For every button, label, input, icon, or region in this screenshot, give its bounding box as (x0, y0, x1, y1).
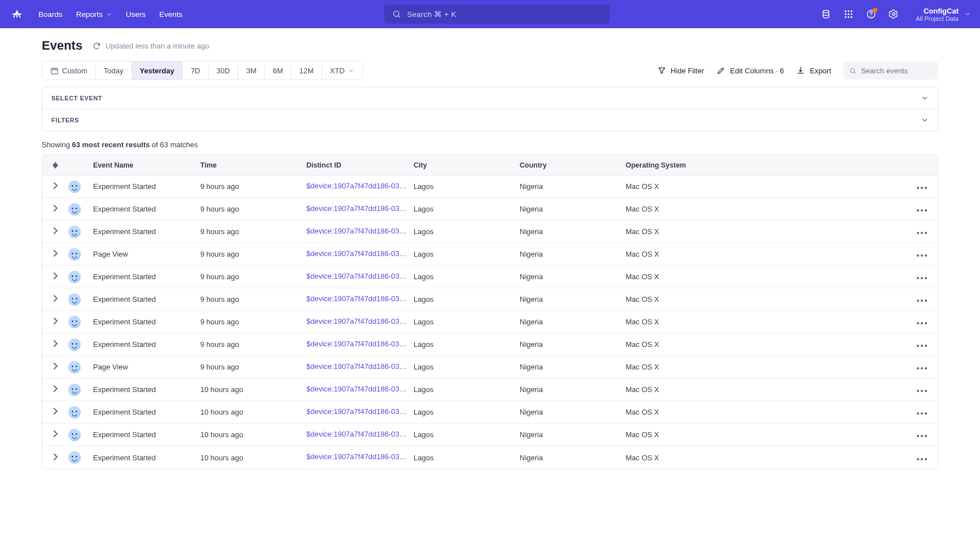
col-country[interactable]: Country (520, 161, 626, 169)
col-city[interactable]: City (414, 161, 520, 169)
user-avatar[interactable] (68, 226, 81, 238)
svg-point-34 (921, 322, 923, 324)
cell-distinct-id[interactable]: $device:1907a7f47dd186-03… (306, 204, 407, 213)
row-actions[interactable] (917, 205, 927, 213)
user-avatar[interactable] (68, 338, 81, 351)
org-switcher[interactable]: ConfigCat All Project Data (911, 7, 971, 22)
refresh-icon[interactable] (93, 42, 101, 50)
col-time[interactable]: Time (200, 161, 306, 169)
nav-link-reports[interactable]: Reports (76, 10, 112, 19)
expand-row[interactable] (53, 182, 58, 191)
row-actions[interactable] (917, 454, 927, 462)
cell-distinct-id[interactable]: $device:1907a7f47dd186-03… (306, 407, 407, 416)
expand-row[interactable] (53, 454, 58, 462)
cell-distinct-id[interactable]: $device:1907a7f47dd186-03… (306, 452, 407, 461)
expand-row[interactable] (53, 295, 58, 303)
row-actions[interactable] (917, 295, 927, 303)
svg-point-51 (917, 458, 919, 460)
expand-row[interactable] (53, 430, 58, 439)
nav-link-users[interactable]: Users (126, 10, 146, 19)
expand-row[interactable] (53, 363, 58, 371)
user-avatar[interactable] (68, 203, 81, 215)
events-search[interactable] (843, 61, 938, 80)
user-avatar[interactable] (68, 451, 81, 464)
filters-section[interactable]: FILTERS (42, 109, 938, 131)
cell-time: 10 hours ago (200, 454, 243, 462)
range-30d[interactable]: 30D (209, 61, 239, 80)
range-12m[interactable]: 12M (292, 61, 322, 80)
cell-time: 9 hours ago (200, 272, 239, 281)
cell-distinct-id[interactable]: $device:1907a7f47dd186-03… (306, 430, 407, 438)
row-actions[interactable] (917, 227, 927, 236)
row-actions[interactable] (917, 385, 927, 394)
range-7d[interactable]: 7D (183, 61, 209, 80)
svg-point-8 (845, 16, 846, 18)
table-row: Experiment Started9 hours ago$device:190… (42, 221, 938, 243)
cell-distinct-id[interactable]: $device:1907a7f47dd186-03… (306, 272, 407, 280)
range-yesterday[interactable]: Yesterday (132, 61, 183, 80)
range-xtd[interactable]: XTD (322, 61, 362, 80)
user-avatar[interactable] (68, 361, 81, 373)
hide-filter-button[interactable]: Hide Filter (657, 66, 704, 75)
expand-row[interactable] (53, 408, 58, 416)
row-actions[interactable] (917, 182, 927, 191)
settings-icon[interactable] (889, 9, 899, 19)
expand-row[interactable] (53, 227, 58, 236)
user-avatar[interactable] (68, 406, 81, 419)
cell-city: Lagos (414, 295, 433, 303)
cell-distinct-id[interactable]: $device:1907a7f47dd186-03… (306, 249, 407, 258)
range-label: Yesterday (140, 67, 174, 75)
range-6m[interactable]: 6M (265, 61, 291, 80)
edit-columns-button[interactable]: Edit Columns · 6 (717, 66, 784, 75)
user-avatar[interactable] (68, 293, 81, 306)
row-actions[interactable] (917, 272, 927, 281)
cell-distinct-id[interactable]: $device:1907a7f47dd186-03… (306, 362, 407, 371)
nav-link-boards[interactable]: Boards (38, 10, 63, 19)
cell-distinct-id[interactable]: $device:1907a7f47dd186-03… (306, 385, 407, 393)
user-avatar[interactable] (68, 248, 81, 261)
row-actions[interactable] (917, 340, 927, 349)
expand-all-toggle[interactable] (52, 162, 58, 169)
row-actions[interactable] (917, 430, 927, 439)
cell-distinct-id[interactable]: $device:1907a7f47dd186-03… (306, 340, 407, 348)
search-icon (849, 67, 856, 75)
cell-distinct-id[interactable]: $device:1907a7f47dd186-03… (306, 227, 407, 235)
cell-event-name: Experiment Started (93, 430, 156, 439)
row-actions[interactable] (917, 318, 927, 326)
row-actions[interactable] (917, 363, 927, 371)
range-custom[interactable]: Custom (42, 61, 96, 80)
range-3m[interactable]: 3M (238, 61, 265, 80)
cell-distinct-id[interactable]: $device:1907a7f47dd186-03… (306, 317, 407, 325)
cell-country: Nigeria (520, 430, 543, 439)
global-search[interactable]: Search ⌘ + K (384, 5, 610, 24)
col-event-name[interactable]: Event Name (93, 161, 200, 169)
expand-row[interactable] (53, 340, 58, 349)
expand-row[interactable] (53, 250, 58, 258)
col-distinct-id[interactable]: Distinct ID (306, 161, 414, 169)
cell-distinct-id[interactable]: $device:1907a7f47dd186-03… (306, 182, 407, 190)
user-avatar[interactable] (68, 181, 81, 193)
user-avatar[interactable] (68, 429, 81, 441)
events-search-input[interactable] (861, 67, 933, 75)
expand-row[interactable] (53, 318, 58, 326)
col-os[interactable]: Operating System (626, 161, 906, 169)
help-icon[interactable] (866, 9, 876, 19)
nav-link-events[interactable]: Events (159, 10, 182, 19)
data-icon[interactable] (821, 9, 831, 19)
cell-distinct-id[interactable]: $device:1907a7f47dd186-03… (306, 294, 407, 303)
cell-os: Mac OS X (626, 227, 659, 236)
row-actions[interactable] (917, 408, 927, 416)
export-button[interactable]: Export (796, 66, 831, 75)
apps-icon[interactable] (843, 9, 854, 19)
select-event-section[interactable]: SELECT EVENT (42, 87, 938, 109)
expand-row[interactable] (53, 385, 58, 394)
expand-row[interactable] (53, 272, 58, 281)
app-logo[interactable] (9, 6, 25, 22)
user-avatar[interactable] (68, 384, 81, 396)
expand-row[interactable] (53, 205, 58, 213)
updated-text: Updated less than a minute ago (106, 42, 209, 50)
user-avatar[interactable] (68, 316, 81, 328)
user-avatar[interactable] (68, 271, 81, 283)
range-today[interactable]: Today (96, 61, 132, 80)
row-actions[interactable] (917, 250, 927, 258)
